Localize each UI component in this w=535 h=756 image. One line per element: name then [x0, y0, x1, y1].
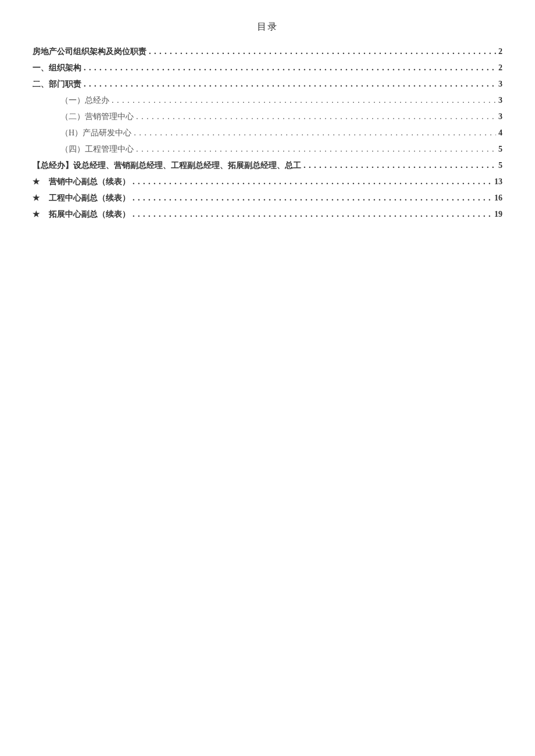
toc-entry-page: 13: [494, 174, 502, 190]
toc-leader-dots: . . . . . . . . . . . . . . . . . . . . …: [133, 174, 492, 190]
toc-entry-page: 19: [494, 206, 502, 223]
toc-entry-label: （四）工程管理中心: [60, 141, 134, 157]
toc-entry-label: （一）总经办: [60, 92, 109, 109]
star-icon: ★: [33, 206, 43, 223]
toc-entry-page: 3: [498, 109, 502, 125]
toc-entry-page: 2: [498, 44, 502, 60]
toc-entry-label: 二、部门职责: [33, 76, 81, 92]
toc-entry-page: 2: [498, 60, 502, 76]
toc-entry-label: ★工程中心副总（续表）: [33, 190, 130, 206]
toc-entry-page: 4: [498, 125, 502, 141]
toc-entry[interactable]: （四）工程管理中心. . . . . . . . . . . . . . . .…: [33, 141, 502, 157]
toc-entry[interactable]: 一、组织架构. . . . . . . . . . . . . . . . . …: [33, 60, 502, 76]
toc-leader-dots: . . . . . . . . . . . . . . . . . . . . …: [136, 141, 496, 157]
star-icon: ★: [33, 174, 43, 190]
toc-leader-dots: . . . . . . . . . . . . . . . . . . . . …: [133, 190, 492, 206]
toc-entry[interactable]: ★拓展中心副总（续表）. . . . . . . . . . . . . . .…: [33, 206, 502, 223]
star-icon: ★: [33, 190, 43, 206]
toc-entry[interactable]: 【总经办】设总经理、营销副总经理、工程副总经理、拓展副总经理、总工. . . .…: [33, 157, 502, 174]
toc-leader-dots: . . . . . . . . . . . . . . . . . . . . …: [112, 92, 496, 109]
page-title: 目录: [33, 21, 502, 33]
toc-entry[interactable]: ★工程中心副总（续表）. . . . . . . . . . . . . . .…: [33, 190, 502, 206]
toc-entry-label: （二）营销管理中心: [60, 109, 134, 125]
toc-entry[interactable]: 房地产公司组织架构及岗位职责. . . . . . . . . . . . . …: [33, 44, 502, 60]
toc-entry-page: 5: [498, 141, 502, 157]
toc-leader-dots: . . . . . . . . . . . . . . . . . . . . …: [84, 76, 496, 92]
toc-entry[interactable]: 二、部门职责. . . . . . . . . . . . . . . . . …: [33, 76, 502, 92]
toc-entry[interactable]: （二）营销管理中心. . . . . . . . . . . . . . . .…: [33, 109, 502, 125]
toc-entry-page: 3: [498, 92, 502, 109]
toc-leader-dots: . . . . . . . . . . . . . . . . . . . . …: [149, 44, 496, 60]
toc-leader-dots: . . . . . . . . . . . . . . . . . . . . …: [84, 60, 496, 76]
toc-entry[interactable]: （H）产品研发中心. . . . . . . . . . . . . . . .…: [33, 125, 502, 141]
toc-entry-label: ★营销中心副总（续表）: [33, 174, 130, 190]
toc-entry-page: 5: [498, 157, 502, 174]
toc-leader-dots: . . . . . . . . . . . . . . . . . . . . …: [134, 125, 496, 141]
toc-entry[interactable]: ★营销中心副总（续表）. . . . . . . . . . . . . . .…: [33, 174, 502, 190]
toc-entry-page: 3: [498, 76, 502, 92]
toc-leader-dots: . . . . . . . . . . . . . . . . . . . . …: [133, 206, 492, 223]
toc-leader-dots: . . . . . . . . . . . . . . . . . . . . …: [304, 157, 496, 174]
toc-entry-label: ★拓展中心副总（续表）: [33, 206, 130, 223]
toc-entry-label: 房地产公司组织架构及岗位职责: [33, 44, 147, 60]
table-of-contents: 房地产公司组织架构及岗位职责. . . . . . . . . . . . . …: [33, 44, 502, 223]
toc-leader-dots: . . . . . . . . . . . . . . . . . . . . …: [136, 109, 496, 125]
toc-entry-label: 【总经办】设总经理、营销副总经理、工程副总经理、拓展副总经理、总工: [33, 157, 301, 174]
toc-entry[interactable]: （一）总经办. . . . . . . . . . . . . . . . . …: [33, 92, 502, 109]
toc-entry-label: 一、组织架构: [33, 60, 81, 76]
toc-entry-label: （H）产品研发中心: [60, 125, 131, 141]
toc-entry-page: 16: [494, 190, 502, 206]
